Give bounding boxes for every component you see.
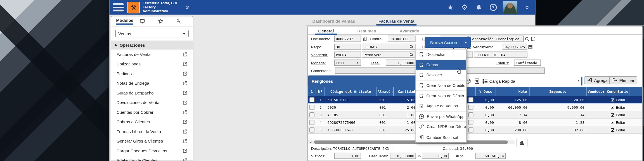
search-icon[interactable]	[409, 53, 414, 57]
table-row[interactable]: 1 30-50-0111 001 5,000 25,00 0,00 125,00…	[308, 96, 642, 104]
vendedor-code-field[interactable]: PVERA	[334, 52, 361, 58]
menu-item[interactable]: Enviar por WhatsApp	[416, 111, 466, 122]
gear-icon[interactable]: ⚙	[460, 3, 469, 12]
agregar-button[interactable]: Agregar	[584, 76, 612, 84]
column-header[interactable]: Vendedor	[587, 87, 607, 96]
scroll-left-arrow[interactable]: ◄	[309, 140, 312, 144]
vendedor-label[interactable]: Vendedor:	[311, 52, 328, 58]
eliminar-button[interactable]: Eliminar	[609, 76, 638, 84]
chart-button[interactable]	[517, 138, 527, 147]
sidebar-item[interactable]: Facturas de Venta	[111, 49, 193, 59]
pago-code-field[interactable]: 30	[334, 44, 361, 50]
editar-button[interactable]: Editar	[606, 126, 629, 134]
percent-doc-icon[interactable]	[473, 78, 480, 84]
descuento-field[interactable]: 0,000000	[390, 153, 416, 159]
sidebar-item[interactable]: Formas Libres de Venta	[111, 127, 193, 136]
mid-box[interactable]	[468, 97, 473, 102]
row-select-box[interactable]	[309, 120, 314, 125]
sidebar-item[interactable]: Cobros a Clientes	[111, 117, 193, 127]
brand-chevron-double-down-icon[interactable]	[184, 4, 191, 10]
user-avatar[interactable]	[503, 1, 518, 14]
hamburger-menu-icon[interactable]	[113, 3, 124, 11]
row-select-box[interactable]	[309, 112, 314, 117]
external-link-icon[interactable]	[183, 119, 188, 124]
table-row[interactable]: 2 3030 001 2,000 30.000,00 0,00 60.000,0…	[308, 104, 642, 111]
editar-button[interactable]: Editar	[606, 104, 629, 111]
estatus-field[interactable]: Confirmado	[514, 60, 541, 66]
table-row[interactable]: 4 6928073675496 001 1,000 8,00 0,00 8,00…	[308, 119, 642, 126]
cliente-name-field[interactable]: Corporación Tecnológica C.A	[468, 36, 524, 42]
menu-item[interactable]: Despachar	[416, 49, 466, 60]
menu-item[interactable]: Agente de Ventas	[416, 101, 466, 111]
editar-button[interactable]: Editar	[606, 111, 629, 119]
sidebar-item[interactable]: Cuentas por Cobrar	[111, 107, 193, 117]
mid-box[interactable]	[468, 120, 473, 125]
sidebar-item[interactable]: Pedidos	[111, 69, 193, 79]
column-header[interactable]: Impuesto	[530, 87, 587, 96]
external-link-icon[interactable]	[183, 139, 188, 144]
external-link-icon[interactable]	[183, 71, 188, 76]
menu-item[interactable]: Cambiar Sucursal	[416, 132, 466, 142]
editar-button[interactable]: Editar	[606, 96, 629, 103]
add-document-icon[interactable]	[531, 36, 536, 42]
descuento-monto-field[interactable]: 0,00	[422, 153, 449, 159]
column-header[interactable]: Código del Artículo	[325, 87, 377, 96]
column-header[interactable]: Nº	[316, 87, 325, 96]
external-link-icon[interactable]	[183, 110, 188, 115]
bell-icon[interactable]	[474, 3, 484, 12]
row-select-box[interactable]	[309, 105, 314, 110]
search-icon[interactable]	[525, 36, 530, 42]
mid-box[interactable]	[468, 112, 473, 117]
menu-item[interactable]: Crear Nota de Débito	[416, 91, 466, 101]
bruto-field[interactable]: 60.340,14	[475, 153, 506, 159]
external-link-icon[interactable]	[183, 52, 188, 57]
external-link-icon[interactable]	[183, 100, 188, 105]
mid-box[interactable]	[468, 105, 473, 110]
module-select[interactable]: Ventas ▼	[115, 30, 189, 37]
main-tab[interactable]: Dashboard de Ventas	[311, 19, 357, 25]
column-header[interactable]: % Desc	[476, 87, 496, 96]
sidebar-item[interactable]: Cotizaciones	[111, 59, 193, 69]
nueva-accion-button[interactable]: Nueva Acción ▼	[425, 37, 471, 48]
tasa-label[interactable]: Tasa:	[371, 60, 380, 66]
external-link-icon[interactable]	[183, 148, 188, 153]
external-link-icon[interactable]	[183, 61, 188, 67]
calendar-icon[interactable]	[528, 44, 533, 50]
mid-box[interactable]	[468, 127, 473, 132]
external-link-icon[interactable]	[183, 129, 188, 134]
table-row[interactable]: 3 AC185 001 1,000 7,14 0,00 7,14 1,14	[308, 111, 642, 119]
carga-rapida-button[interactable]: Carga Rápida	[482, 78, 515, 84]
scrollbar-thumb[interactable]	[314, 140, 508, 144]
sub-tab[interactable]: Resumen	[357, 29, 376, 34]
tasa-field[interactable]: 1,000000	[386, 60, 416, 66]
external-link-icon[interactable]	[183, 90, 188, 95]
sub-tab[interactable]: General	[318, 29, 334, 34]
column-header[interactable]: Comentario	[606, 87, 629, 96]
search-icon[interactable]	[409, 44, 414, 49]
documento-field[interactable]: 00002207	[334, 36, 361, 42]
pago-desc-field[interactable]: 30 DIAS	[362, 44, 416, 50]
viaticos-field[interactable]: 0,00	[334, 153, 361, 159]
sub-tab[interactable]: Avanzado	[400, 29, 419, 34]
moneda-label[interactable]: Moneda:	[311, 60, 326, 66]
row-select-box[interactable]	[309, 97, 314, 102]
sidebar-item[interactable]: Notas de Entrega	[111, 79, 193, 88]
help-icon[interactable]: ?	[489, 3, 498, 12]
column-header[interactable]	[629, 87, 643, 96]
column-header[interactable]	[466, 87, 476, 96]
sidebar-item[interactable]: Guías de Despacho	[111, 88, 193, 98]
user-chevron-double-down-icon[interactable]	[522, 3, 532, 12]
vendedor-name-field[interactable]: Pedro Vera	[362, 52, 416, 58]
column-header[interactable]: Almacén	[377, 87, 394, 96]
row-select-box[interactable]	[309, 127, 314, 132]
monitor-icon[interactable]	[133, 18, 151, 24]
moneda-select[interactable]: USD ▼	[334, 60, 361, 66]
menu-item[interactable]: $ Crear N/DB por Diferencial	[416, 122, 466, 132]
control-field[interactable]: 00-000111	[388, 36, 416, 42]
column-header[interactable]: 1	[308, 87, 316, 96]
tab-modulos[interactable]: Módulos	[116, 18, 134, 25]
vencimiento-field[interactable]: 04/12/2025	[502, 44, 527, 50]
star-icon[interactable]: ★	[446, 3, 455, 12]
external-link-icon[interactable]	[183, 81, 188, 86]
estatus-label[interactable]: Estatus:	[496, 60, 509, 66]
